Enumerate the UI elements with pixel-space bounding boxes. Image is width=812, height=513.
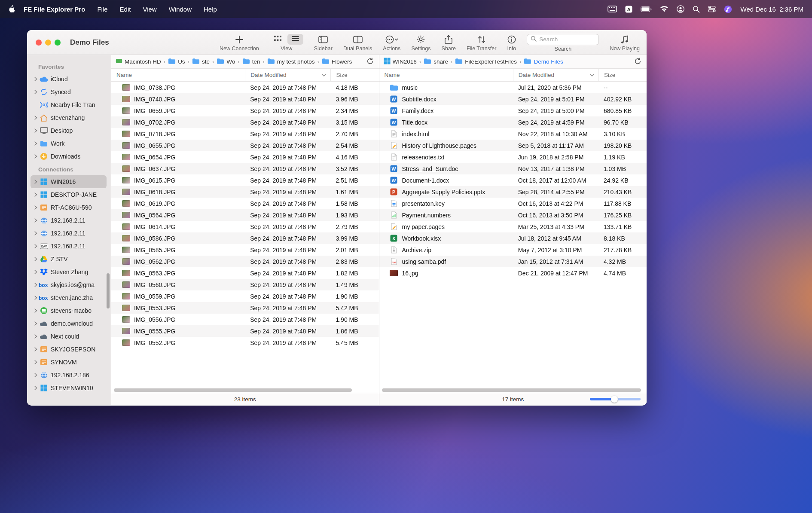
- file-row-stress-and-surr-doc[interactable]: W Stress_and_Surr.doc Nov 13, 2017 at 1:…: [379, 163, 647, 174]
- refresh-button[interactable]: [634, 58, 641, 66]
- chevron-right-icon[interactable]: [33, 257, 39, 261]
- settings-button[interactable]: Settings: [411, 34, 430, 52]
- file-row-workbook-xlsx[interactable]: X Workbook.xlsx Jul 18, 2012 at 9:45 AM …: [379, 232, 647, 244]
- sidebar-item-stevenwin10[interactable]: STEVENWIN10: [31, 382, 107, 394]
- file-row-img-0619-jpg[interactable]: IMG_0619.JPG Sep 24, 2019 at 7:48 PM 1.5…: [111, 198, 379, 209]
- chevron-right-icon[interactable]: [33, 347, 39, 351]
- chevron-right-icon[interactable]: [33, 154, 39, 159]
- file-row-img-0738-jpg[interactable]: IMG_0738.JPG Sep 24, 2019 at 7:48 PM 4.1…: [111, 82, 379, 93]
- sidebar-item-192-168-2-11[interactable]: DAV 192.168.2.11: [31, 240, 107, 253]
- now-playing-button[interactable]: Now Playing: [610, 34, 639, 52]
- column-header-size[interactable]: Size: [598, 69, 647, 81]
- list-view-button[interactable]: [287, 34, 303, 45]
- grid-view-button[interactable]: [270, 34, 286, 45]
- now-playing-icon[interactable]: [724, 5, 732, 13]
- file-row-document-1-docx[interactable]: W Document-1.docx Oct 18, 2017 at 12:00 …: [379, 174, 647, 186]
- breadcrumb-item-ste[interactable]: ste: [192, 58, 210, 66]
- share-button[interactable]: Share: [442, 34, 456, 52]
- file-row-img-0562-jpg[interactable]: IMG_0562.JPG Sep 24, 2019 at 7:48 PM 2.8…: [111, 256, 379, 267]
- actions-button[interactable]: Actions: [383, 34, 400, 52]
- sidebar-item-steven-zhang[interactable]: Steven Zhang: [31, 266, 107, 278]
- file-row-img-0655-jpg[interactable]: IMG_0655.JPG Sep 24, 2019 at 7:48 PM 2.5…: [111, 140, 379, 151]
- control-center-icon[interactable]: [708, 5, 716, 13]
- file-row-img-0585-jpg[interactable]: IMG_0585.JPG Sep 24, 2019 at 7:48 PM 2.0…: [111, 244, 379, 256]
- file-row-16-jpg[interactable]: 16.jpg Dec 21, 2009 at 12:47 PM 4.74 MB: [379, 267, 647, 279]
- file-row-img-0553-jpg[interactable]: IMG_0553.JPG Sep 24, 2019 at 7:48 PM 5.4…: [111, 302, 379, 314]
- chevron-right-icon[interactable]: [33, 231, 39, 235]
- sidebar-item-demo-owncloud[interactable]: demo.owncloud: [31, 317, 107, 330]
- file-row-music[interactable]: music Jul 21, 2020 at 5:36 PM --: [379, 82, 647, 93]
- file-row-payment-numbers[interactable]: Payment.numbers Oct 16, 2013 at 3:50 PM …: [379, 209, 647, 221]
- chevron-right-icon[interactable]: [33, 321, 39, 326]
- breadcrumb-item-win2016[interactable]: WIN2016: [384, 58, 417, 66]
- sidebar-item-downloads[interactable]: Downloads: [31, 150, 107, 163]
- chevron-right-icon[interactable]: [33, 296, 39, 300]
- breadcrumb-item-us[interactable]: Us: [168, 58, 185, 66]
- chevron-right-icon[interactable]: [33, 373, 39, 377]
- sidebar-item-work[interactable]: Work: [31, 137, 107, 150]
- refresh-button[interactable]: [366, 58, 374, 66]
- file-row-img-0560-jpg[interactable]: IMG_0560.JPG Sep 24, 2019 at 7:48 PM 1.4…: [111, 279, 379, 290]
- sidebar-item-192-168-2-11[interactable]: 192.168.2.11: [31, 227, 107, 240]
- breadcrumb-item-ten[interactable]: ten: [242, 58, 260, 66]
- spotlight-search-icon[interactable]: [693, 6, 700, 13]
- chevron-right-icon[interactable]: [33, 360, 39, 364]
- menu-window[interactable]: Window: [169, 6, 192, 13]
- horizontal-scrollbar[interactable]: [379, 387, 647, 393]
- file-row-index-html[interactable]: index.html Nov 22, 2018 at 10:30 AM 3.10…: [379, 128, 647, 140]
- chevron-right-icon[interactable]: [33, 334, 39, 339]
- sidebar-item-192-168-2-11[interactable]: 192.168.2.11: [31, 214, 107, 227]
- info-button[interactable]: Info: [507, 34, 516, 52]
- file-row-img-0563-jpg[interactable]: IMG_0563.JPG Sep 24, 2019 at 7:48 PM 1.8…: [111, 267, 379, 279]
- chevron-right-icon[interactable]: [33, 283, 39, 287]
- file-row-using-samba-pdf[interactable]: PDF using samba.pdf Jan 15, 2012 at 7:31…: [379, 256, 647, 267]
- dual-panels-button[interactable]: Dual Panels: [343, 34, 372, 52]
- file-row-history-of-lighthouse-pages[interactable]: History of Lighthouse.pages Sep 5, 2018 …: [379, 140, 647, 151]
- scrollbar-thumb[interactable]: [382, 388, 641, 392]
- menu-view[interactable]: View: [143, 6, 156, 13]
- file-row-img-0618-jpg[interactable]: IMG_0618.JPG Sep 24, 2019 at 7:48 PM 1.6…: [111, 186, 379, 198]
- file-row-img-0586-jpg[interactable]: IMG_0586.JPG Sep 24, 2019 at 7:48 PM 3.9…: [111, 232, 379, 244]
- sidebar-item-synced[interactable]: Synced: [31, 86, 107, 98]
- file-row-img-0614-jpg[interactable]: IMG_0614.JPG Sep 24, 2019 at 7:48 PM 2.7…: [111, 221, 379, 232]
- file-row-img-0615-jpg[interactable]: IMG_0615.JPG Sep 24, 2019 at 7:48 PM 2.5…: [111, 174, 379, 186]
- zoom-button[interactable]: [55, 40, 61, 46]
- menu-help[interactable]: Help: [204, 6, 217, 13]
- breadcrumb-item-my-test-photos[interactable]: my test photos: [267, 58, 315, 66]
- close-button[interactable]: [36, 40, 42, 46]
- file-row-presentaton-key[interactable]: presentaton.key Oct 16, 2013 at 4:22 PM …: [379, 198, 647, 209]
- sidebar-item-skyjosepson[interactable]: SKYJOSEPSON: [31, 343, 107, 356]
- sidebar-item-stevenzhang[interactable]: stevenzhang: [31, 111, 107, 124]
- chevron-right-icon[interactable]: [33, 77, 39, 81]
- account-icon[interactable]: [677, 5, 684, 13]
- chevron-right-icon[interactable]: [33, 180, 39, 184]
- menu-clock[interactable]: Wed Dec 16 2:36 PM: [741, 6, 803, 13]
- column-header-name[interactable]: Name: [111, 69, 245, 81]
- file-row-releasenotes-txt[interactable]: releasenotes.txt Jun 19, 2018 at 2:58 PM…: [379, 151, 647, 163]
- file-row-img-0702-jpg[interactable]: IMG_0702.JPG Sep 24, 2019 at 7:48 PM 3.1…: [111, 116, 379, 128]
- chevron-right-icon[interactable]: [33, 205, 39, 210]
- sidebar-item-z-stv[interactable]: Z STV: [31, 253, 107, 266]
- battery-icon[interactable]: [641, 6, 652, 12]
- icon-size-slider[interactable]: [590, 396, 641, 403]
- new-connection-button[interactable]: New Connection: [220, 34, 259, 52]
- input-source-icon[interactable]: A: [625, 6, 632, 13]
- sidebar-item-steven-jane-zha[interactable]: box steven.jane.zha: [31, 291, 107, 304]
- file-row-img-0637-jpg[interactable]: IMG_0637.JPG Sep 24, 2019 at 7:48 PM 3.5…: [111, 163, 379, 174]
- chevron-right-icon[interactable]: [33, 386, 39, 390]
- file-row-img-0556-jpg[interactable]: IMG_0556.JPG Sep 24, 2019 at 7:48 PM 1.9…: [111, 314, 379, 325]
- breadcrumb-item-flowers[interactable]: Flowers: [322, 58, 352, 66]
- file-row-img-0654-jpg[interactable]: IMG_0654.JPG Sep 24, 2019 at 7:48 PM 4.1…: [111, 151, 379, 163]
- sidebar-item-192-168-2-186[interactable]: 192.168.2.186: [31, 369, 107, 382]
- file-row-title-docx[interactable]: W Title.docx Sep 24, 2019 at 4:59 PM 96.…: [379, 116, 647, 128]
- chevron-right-icon[interactable]: [33, 141, 39, 146]
- file-row-subtitle-docx[interactable]: W Subtitle.docx Sep 24, 2019 at 5:01 PM …: [379, 93, 647, 105]
- slider-knob[interactable]: [611, 396, 618, 403]
- file-row-img-0718-jpg[interactable]: IMG_0718.JPG Sep 24, 2019 at 7:48 PM 2.7…: [111, 128, 379, 140]
- menu-edit[interactable]: Edit: [120, 6, 131, 13]
- search-input[interactable]: [539, 36, 595, 43]
- sidebar-item-win2016[interactable]: WIN2016: [31, 175, 107, 188]
- file-row-img-0740-jpg[interactable]: IMG_0740.JPG Sep 24, 2019 at 7:48 PM 3.9…: [111, 93, 379, 105]
- minimize-button[interactable]: [45, 40, 51, 46]
- chevron-right-icon[interactable]: [33, 244, 39, 248]
